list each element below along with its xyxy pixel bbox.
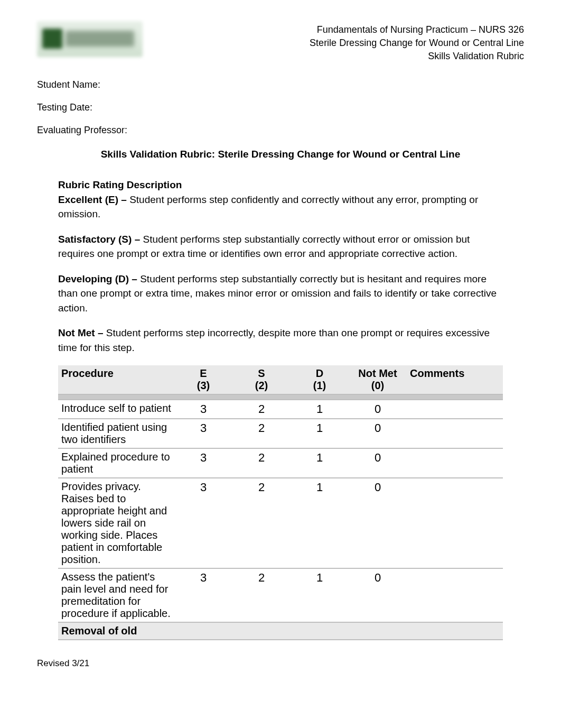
score-e: 3 xyxy=(174,448,232,478)
table-row: Identified patient using two identifiers… xyxy=(58,419,503,448)
procedure-cell: Identified patient using two identifiers xyxy=(58,419,174,448)
score-s: 2 xyxy=(232,568,291,622)
col-header-procedure: Procedure xyxy=(58,365,174,394)
procedure-cell: Explained procedure to patient xyxy=(58,448,174,478)
rubric-excellent: Excellent (E) – Student performs step co… xyxy=(58,192,503,222)
col-header-notmet: Not Met(0) xyxy=(349,365,407,394)
score-d: 1 xyxy=(291,478,349,568)
rubric-notmet-label: Not Met – xyxy=(58,327,106,338)
table-spacer xyxy=(58,394,503,400)
score-nm: 0 xyxy=(349,400,407,419)
header-text-block: Fundamentals of Nursing Practicum – NURS… xyxy=(310,21,524,63)
score-nm: 0 xyxy=(349,478,407,568)
procedure-cell: Provides privacy. Raises bed to appropri… xyxy=(58,478,174,568)
table-section-row: Removal of old xyxy=(58,622,503,640)
score-nm: 0 xyxy=(349,448,407,478)
score-d: 1 xyxy=(291,419,349,448)
rubric-notmet: Not Met – Student performs step incorrec… xyxy=(58,326,503,355)
procedure-cell: Introduce self to patient xyxy=(58,400,174,419)
header-line-1: Fundamentals of Nursing Practicum – NURS… xyxy=(310,23,524,36)
score-s: 2 xyxy=(232,478,291,568)
score-s: 2 xyxy=(232,448,291,478)
rubric-table: Procedure E(3) S(2) D(1) Not Met(0) Comm… xyxy=(58,365,503,640)
student-name-field: Student Name: xyxy=(37,79,524,90)
table-row: Assess the patient's pain level and need… xyxy=(58,568,503,622)
score-d: 1 xyxy=(291,448,349,478)
score-e: 3 xyxy=(174,400,232,419)
rubric-heading: Rubric Rating Description xyxy=(58,179,503,191)
table-row: Explained procedure to patient 3 2 1 0 xyxy=(58,448,503,478)
comments-cell xyxy=(407,419,503,448)
col-header-e: E(3) xyxy=(174,365,232,394)
table-row: Provides privacy. Raises bed to appropri… xyxy=(58,478,503,568)
table-header-row: Procedure E(3) S(2) D(1) Not Met(0) Comm… xyxy=(58,365,503,394)
rubric-developing: Developing (D) – Student performs step s… xyxy=(58,272,503,316)
rubric-developing-label: Developing (D) – xyxy=(58,273,140,284)
rubric-satisfactory: Satisfactory (S) – Student performs step… xyxy=(58,232,503,261)
rubric-excellent-label: Excellent (E) – xyxy=(58,194,129,205)
document-title: Skills Validation Rubric: Sterile Dressi… xyxy=(37,149,524,160)
score-s: 2 xyxy=(232,419,291,448)
score-d: 1 xyxy=(291,568,349,622)
score-d: 1 xyxy=(291,400,349,419)
comments-cell xyxy=(407,448,503,478)
col-header-comments: Comments xyxy=(407,365,503,394)
comments-cell xyxy=(407,478,503,568)
evaluating-professor-field: Evaluating Professor: xyxy=(37,125,524,136)
procedure-cell: Assess the patient's pain level and need… xyxy=(58,568,174,622)
score-nm: 0 xyxy=(349,568,407,622)
score-s: 2 xyxy=(232,400,291,419)
rubric-satisfactory-label: Satisfactory (S) – xyxy=(58,234,143,245)
col-header-d: D(1) xyxy=(291,365,349,394)
footer-revised: Revised 3/21 xyxy=(37,658,524,669)
meta-fields: Student Name: Testing Date: Evaluating P… xyxy=(37,79,524,136)
score-nm: 0 xyxy=(349,419,407,448)
col-header-s: S(2) xyxy=(232,365,291,394)
section-label: Removal of old xyxy=(58,622,503,640)
score-e: 3 xyxy=(174,419,232,448)
table-row: Introduce self to patient 3 2 1 0 xyxy=(58,400,503,419)
score-e: 3 xyxy=(174,478,232,568)
comments-cell xyxy=(407,400,503,419)
score-e: 3 xyxy=(174,568,232,622)
comments-cell xyxy=(407,568,503,622)
testing-date-field: Testing Date: xyxy=(37,102,524,113)
header-line-3: Skills Validation Rubric xyxy=(310,50,524,63)
institution-logo xyxy=(37,21,143,57)
rubric-notmet-text: Student performs step incorrectly, despi… xyxy=(58,327,490,353)
header-line-2: Sterile Dressing Change for Wound or Cen… xyxy=(310,36,524,50)
